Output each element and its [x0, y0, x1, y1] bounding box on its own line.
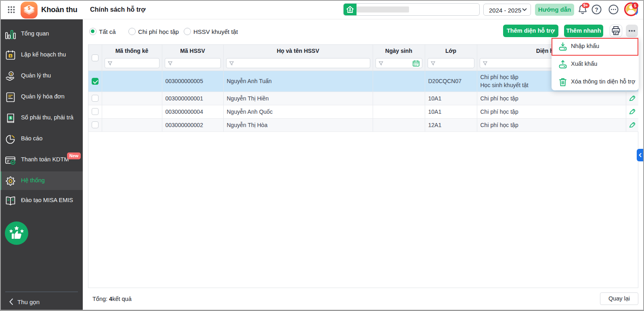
- svg-text:$: $: [10, 54, 12, 58]
- svg-text:?: ?: [595, 6, 598, 13]
- svg-text:$: $: [10, 116, 12, 120]
- svg-text:$: $: [10, 72, 12, 76]
- svg-text:$: $: [28, 5, 31, 11]
